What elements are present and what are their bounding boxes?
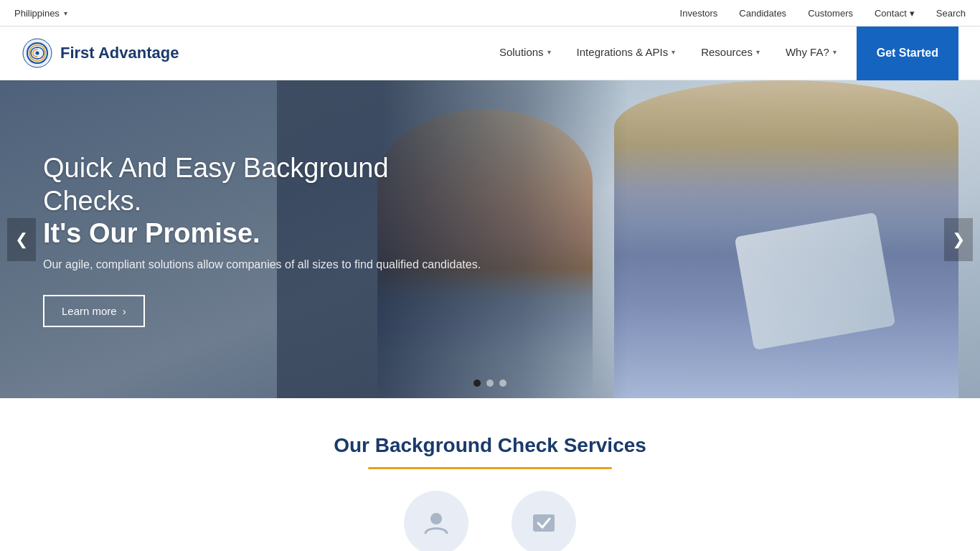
slider-dot-2[interactable]: [486, 380, 494, 387]
solutions-chevron: ▾: [547, 48, 551, 56]
services-icons-row: [0, 491, 980, 551]
hero-section: Quick And Easy Background Checks. It's O…: [0, 80, 980, 398]
service-person-icon: [422, 509, 451, 537]
region-label: Philippines: [14, 8, 60, 19]
search-link[interactable]: Search: [936, 8, 966, 19]
slider-next-button[interactable]: ❯: [944, 218, 973, 261]
hero-cta-chevron: ›: [123, 305, 126, 317]
hero-title: Quick And Easy Background Checks. It's O…: [43, 152, 488, 250]
services-title: Our Background Check Services: [0, 434, 980, 457]
service-check-icon: [529, 509, 558, 537]
nav-whyfa[interactable]: Why FA? ▾: [773, 27, 849, 80]
slider-dots: [473, 380, 507, 387]
svg-point-1: [36, 52, 39, 55]
arrow-left-icon: ❮: [15, 230, 28, 249]
svg-rect-3: [533, 514, 555, 532]
arrow-right-icon: ❯: [952, 230, 965, 249]
hero-learn-more-button[interactable]: Learn more ›: [43, 295, 145, 327]
region-selector[interactable]: Philippines ▾: [14, 8, 67, 19]
resources-chevron: ▾: [756, 48, 760, 56]
candidates-link[interactable]: Candidates: [739, 8, 786, 19]
slider-dot-1[interactable]: [473, 380, 481, 387]
region-chevron: ▾: [64, 9, 67, 17]
hero-content: Quick And Easy Background Checks. It's O…: [43, 152, 488, 327]
service-icon-1: [404, 491, 468, 551]
contact-chevron: ▾: [910, 8, 915, 19]
services-section: Our Background Check Services: [0, 398, 980, 551]
main-nav: First Advantage Solutions ▾ Integrations…: [0, 27, 980, 80]
hero-subtitle: Our agile, compliant solutions allow com…: [43, 256, 488, 273]
slider-prev-button[interactable]: ❮: [7, 218, 36, 261]
logo-text: First Advantage: [60, 44, 179, 62]
logo-icon: [22, 37, 53, 69]
top-bar-links: Investors Candidates Customers Contact ▾…: [680, 8, 966, 19]
get-started-button[interactable]: Get Started: [857, 27, 958, 80]
service-icon-2: [512, 491, 576, 551]
contact-link[interactable]: Contact ▾: [875, 8, 915, 19]
nav-resources[interactable]: Resources ▾: [688, 27, 773, 80]
hero-tablet: [735, 212, 896, 350]
investors-link[interactable]: Investors: [680, 8, 718, 19]
top-bar: Philippines ▾ Investors Candidates Custo…: [0, 0, 980, 27]
nav-links: Solutions ▾ Integrations & APIs ▾ Resour…: [486, 27, 849, 80]
svg-point-2: [430, 513, 442, 524]
logo[interactable]: First Advantage: [22, 37, 179, 69]
integrations-chevron: ▾: [672, 48, 675, 56]
nav-integrations[interactable]: Integrations & APIs ▾: [564, 27, 689, 80]
nav-solutions[interactable]: Solutions ▾: [486, 27, 564, 80]
services-underline: [368, 467, 612, 469]
slider-dot-3[interactable]: [499, 380, 507, 387]
whyfa-chevron: ▾: [833, 48, 837, 56]
customers-link[interactable]: Customers: [808, 8, 853, 19]
